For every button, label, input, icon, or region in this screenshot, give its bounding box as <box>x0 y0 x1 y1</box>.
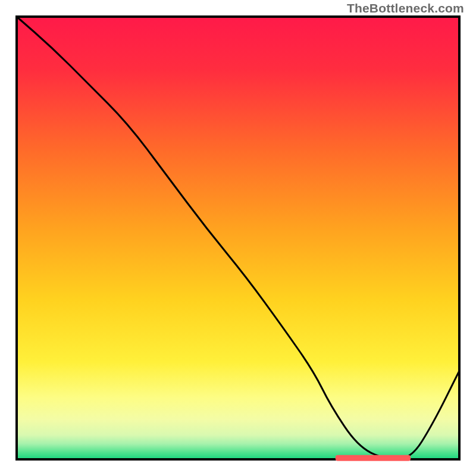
chart-stage: TheBottleneck.com <box>0 0 476 476</box>
watermark-text: TheBottleneck.com <box>347 1 464 15</box>
gradient-background <box>17 17 459 459</box>
bottleneck-chart <box>0 0 476 476</box>
plot-area <box>17 17 459 461</box>
optimal-range-marker <box>336 455 411 461</box>
